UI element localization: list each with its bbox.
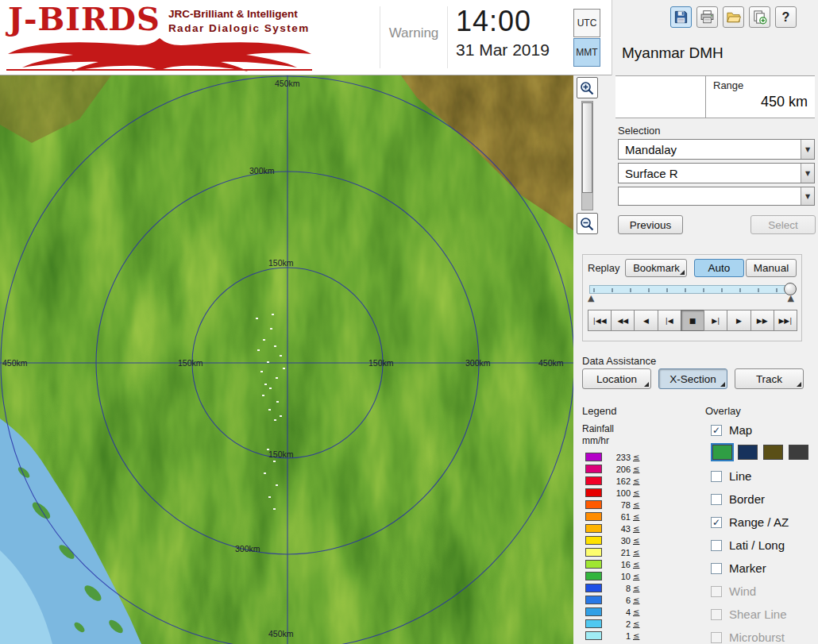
legend-value: 4 <box>602 607 631 617</box>
playback-step-forward-button[interactable]: ▶| <box>704 310 727 331</box>
overlay-microburst-label: Microburst <box>729 631 785 644</box>
playback-reverse-play-button[interactable]: ◀ <box>634 310 658 331</box>
legend-value: 1 <box>602 631 631 641</box>
legend-scale: 233≤206≤162≤100≤78≤61≤43≤30≤21≤16≤10≤8≤6… <box>582 451 701 642</box>
overlay-item-wind: Wind <box>711 583 818 600</box>
selection-buttons: Previous Select <box>618 215 816 234</box>
zoom-slider-track[interactable] <box>581 101 593 210</box>
x-section-button[interactable]: X-Section <box>658 368 727 389</box>
help-icon: ? <box>782 10 790 25</box>
legend-le-symbol: ≤ <box>633 572 639 580</box>
map-style-swatch-2[interactable] <box>738 445 758 460</box>
ring-label: 450km <box>275 79 300 88</box>
legend-value: 6 <box>602 596 631 605</box>
auto-mode-button[interactable]: Auto <box>694 259 744 277</box>
legend-unit: Rainfall mm/hr <box>582 423 701 447</box>
site-dropdown-button[interactable]: ▼ <box>801 140 814 159</box>
previous-button[interactable]: Previous <box>618 215 683 234</box>
map-style-swatch-4[interactable] <box>789 445 808 460</box>
playback-stop-button[interactable]: ■ <box>681 310 704 331</box>
utc-button[interactable]: UTC <box>573 9 600 37</box>
save-button[interactable] <box>670 6 692 28</box>
overlay-map-checkbox[interactable]: ✓ <box>711 425 722 436</box>
legend-le-symbol: ≤ <box>633 453 639 461</box>
eagle-logo-icon <box>6 35 312 71</box>
extra-dropdown[interactable]: ▼ <box>618 187 815 206</box>
zoom-slider-thumb[interactable] <box>582 102 592 193</box>
track-button[interactable]: Track <box>735 368 804 389</box>
export-button[interactable] <box>749 6 770 28</box>
playback-step-back-button[interactable]: |◀ <box>658 310 681 331</box>
timeline-start-marker: ▲ <box>588 293 594 303</box>
zoom-in-button[interactable] <box>577 77 598 98</box>
legend-le-symbol: ≤ <box>633 536 639 545</box>
bookmark-button[interactable]: Bookmark <box>625 259 687 277</box>
radar-map[interactable]: 450km 300km 150km 150km 300km 450km 450k… <box>0 75 573 644</box>
playback-play-button[interactable]: ▶ <box>727 310 750 331</box>
overlay-lati-long-checkbox[interactable] <box>711 540 722 551</box>
overlay-border-label: Border <box>729 492 765 506</box>
export-icon <box>752 10 767 25</box>
overlay-item-map: ✓Map <box>711 422 818 438</box>
legend-unit-line2: mm/hr <box>582 435 701 447</box>
map-style-swatch-1[interactable] <box>712 445 732 460</box>
legend-le-symbol: ≤ <box>633 607 639 616</box>
playback-bar: |◀◀◀◀◀|◀■▶|▶▶▶▶▶| <box>588 310 797 331</box>
zoom-out-button[interactable] <box>577 213 598 234</box>
extra-dropdown-button[interactable]: ▼ <box>801 187 814 205</box>
legend-row: 30≤ <box>582 534 701 546</box>
overlay-item-range-az: ✓Range / AZ <box>711 514 818 530</box>
logo-subtitle-line2: Radar Dialogic System <box>168 21 310 36</box>
replay-mode-row: Replay Bookmark Auto Manual <box>588 259 797 277</box>
legend-color-swatch <box>585 572 602 580</box>
print-button[interactable] <box>696 6 718 28</box>
legend-le-symbol: ≤ <box>633 512 639 521</box>
legend-le-symbol: ≤ <box>633 631 639 640</box>
legend-color-swatch <box>585 453 602 461</box>
legend-row: 206≤ <box>582 463 701 475</box>
legend-row: 8≤ <box>582 582 701 594</box>
clock: 14:00 31 Mar 2019 <box>456 5 550 60</box>
product-dropdown[interactable]: Surface R ▼ <box>618 163 815 183</box>
legend-panel: Legend Rainfall mm/hr 233≤206≤162≤100≤78… <box>582 405 701 642</box>
ring-label: 450km <box>538 358 564 368</box>
overlay-line-checkbox[interactable] <box>711 471 722 482</box>
location-button[interactable]: Location <box>582 368 651 389</box>
legend-le-symbol: ≤ <box>633 488 639 497</box>
timeline-slider[interactable]: ▲ ▲ <box>588 283 797 307</box>
overlay-range-az-checkbox[interactable]: ✓ <box>711 517 722 528</box>
map-style-swatch-3[interactable] <box>763 445 783 460</box>
playback-fast-forward-button[interactable]: ▶▶ <box>750 310 774 331</box>
legend-color-swatch <box>585 619 602 628</box>
legend-color-swatch <box>585 488 602 497</box>
legend-unit-line1: Rainfall <box>582 423 701 435</box>
legend-title: Legend <box>582 405 701 417</box>
playback-skip-start-button[interactable]: |◀◀ <box>588 310 612 331</box>
help-button[interactable]: ? <box>775 6 797 28</box>
print-icon <box>700 10 715 25</box>
playback-skip-end-button[interactable]: ▶▶| <box>774 310 797 331</box>
product-dropdown-value: Surface R <box>619 167 801 180</box>
overlay-marker-checkbox[interactable] <box>711 563 722 574</box>
site-dropdown[interactable]: Mandalay ▼ <box>618 139 815 160</box>
overlay-border-checkbox[interactable] <box>711 494 722 505</box>
logo-subtitle: JRC-Brilliant & Intelligent Radar Dialog… <box>168 7 310 37</box>
product-dropdown-button[interactable]: ▼ <box>801 164 814 183</box>
timeline-track[interactable] <box>589 285 795 294</box>
legend-row: 6≤ <box>582 594 701 606</box>
warning-status: Warning <box>380 6 448 68</box>
chevron-down-icon: ▼ <box>805 170 810 177</box>
manual-mode-button[interactable]: Manual <box>746 259 797 277</box>
mmt-button[interactable]: MMT <box>573 38 600 67</box>
open-folder-button[interactable] <box>723 6 744 28</box>
select-button: Select <box>750 215 816 234</box>
playback-rewind-button[interactable]: ◀◀ <box>611 310 635 331</box>
ring-label: 150km <box>268 258 294 268</box>
chevron-down-icon: ▼ <box>805 146 810 153</box>
chevron-down-icon: ▼ <box>805 193 810 200</box>
logo-title: J-BIRDS <box>8 2 160 37</box>
legend-row: 78≤ <box>582 499 701 511</box>
legend-value: 8 <box>602 584 631 593</box>
legend-row: 2≤ <box>582 618 701 630</box>
ring-label: 150km <box>178 358 203 368</box>
